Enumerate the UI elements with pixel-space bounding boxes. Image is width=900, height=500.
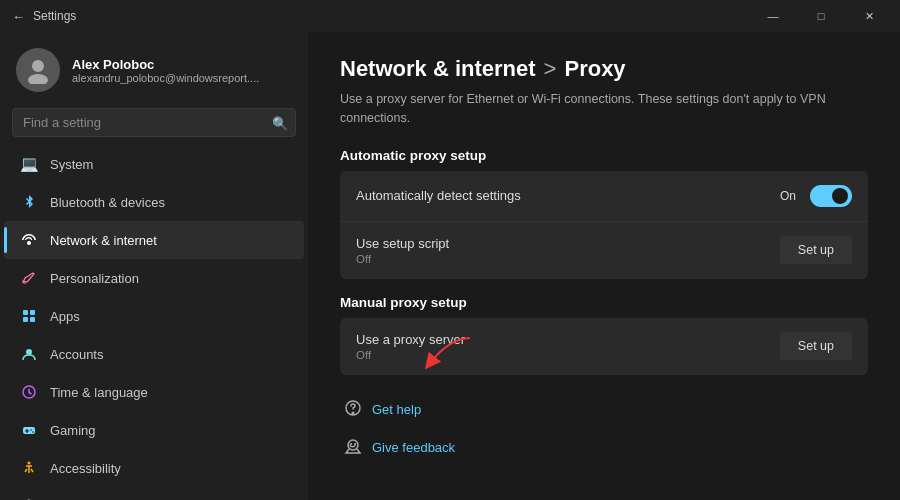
auto-detect-row: Automatically detect settings On	[340, 171, 868, 222]
sidebar-item-label: Accounts	[50, 347, 103, 362]
give-feedback-icon	[344, 437, 362, 459]
setup-script-label: Use setup script	[356, 236, 449, 251]
sidebar-item-label: Personalization	[50, 271, 139, 286]
app-body: Alex Poloboc alexandru_poloboc@windowsre…	[0, 32, 900, 500]
sidebar-item-gaming[interactable]: Gaming	[4, 411, 304, 449]
bluetooth-icon	[20, 193, 38, 211]
search-icon: 🔍	[272, 115, 288, 130]
user-profile[interactable]: Alex Poloboc alexandru_poloboc@windowsre…	[0, 32, 308, 104]
accessibility-icon	[20, 459, 38, 477]
setup-script-sublabel: Off	[356, 253, 449, 265]
manual-section-title: Manual proxy setup	[340, 295, 868, 310]
maximize-button[interactable]: □	[798, 0, 844, 32]
sidebar-item-accessibility[interactable]: Accessibility	[4, 449, 304, 487]
sidebar-item-label: Accessibility	[50, 461, 121, 476]
auto-detect-toggle[interactable]	[810, 185, 852, 207]
setup-script-button[interactable]: Set up	[780, 236, 852, 264]
get-help-label: Get help	[372, 402, 421, 417]
sidebar-item-label: Bluetooth & devices	[50, 195, 165, 210]
sidebar-item-personalization[interactable]: Personalization	[4, 259, 304, 297]
sidebar-item-accounts[interactable]: Accounts	[4, 335, 304, 373]
toggle-on-label: On	[780, 189, 796, 203]
svg-point-11	[32, 431, 34, 433]
sidebar-item-label: Network & internet	[50, 233, 157, 248]
sidebar-item-label: Apps	[50, 309, 80, 324]
page-description: Use a proxy server for Ethernet or Wi-Fi…	[340, 90, 868, 128]
setup-script-label-group: Use setup script Off	[356, 236, 449, 265]
breadcrumb-parent: Network & internet	[340, 56, 536, 82]
sidebar-item-bluetooth[interactable]: Bluetooth & devices	[4, 183, 304, 221]
proxy-server-row: Use a proxy server Off	[340, 318, 868, 375]
breadcrumb-separator: >	[544, 56, 557, 82]
svg-rect-5	[23, 317, 28, 322]
breadcrumb-current: Proxy	[564, 56, 625, 82]
auto-detect-label: Automatically detect settings	[356, 188, 521, 203]
arrow-annotation	[400, 333, 480, 375]
network-icon	[20, 231, 38, 249]
sidebar-item-privacy[interactable]: Privacy & security	[4, 487, 304, 500]
toggle-knob	[832, 188, 848, 204]
user-email: alexandru_poloboc@windowsreport....	[72, 72, 259, 84]
search-input[interactable]	[12, 108, 296, 137]
titlebar-left: ← Settings	[12, 9, 76, 24]
get-help-link[interactable]: Get help	[340, 391, 868, 429]
sidebar-nav: 💻 System Bluetooth & devices Network &	[0, 145, 308, 500]
user-name: Alex Poloboc	[72, 57, 259, 72]
give-feedback-label: Give feedback	[372, 440, 455, 455]
svg-point-1	[28, 74, 48, 84]
proxy-server-setup-button[interactable]: Set up	[780, 332, 852, 360]
sidebar: Alex Poloboc alexandru_poloboc@windowsre…	[0, 32, 308, 500]
automatic-settings-card: Automatically detect settings On Use set…	[340, 171, 868, 279]
sidebar-item-system[interactable]: 💻 System	[4, 145, 304, 183]
accounts-icon	[20, 345, 38, 363]
time-icon	[20, 383, 38, 401]
sidebar-item-label: Gaming	[50, 423, 96, 438]
app-title: Settings	[33, 9, 76, 23]
svg-rect-3	[23, 310, 28, 315]
main-content: Network & internet > Proxy Use a proxy s…	[308, 32, 900, 500]
close-button[interactable]: ✕	[846, 0, 892, 32]
minimize-button[interactable]: —	[750, 0, 796, 32]
get-help-icon	[344, 399, 362, 421]
manual-settings-card: Use a proxy server Off	[340, 318, 868, 375]
give-feedback-link[interactable]: Give feedback	[340, 429, 868, 467]
svg-rect-4	[30, 310, 35, 315]
user-info: Alex Poloboc alexandru_poloboc@windowsre…	[72, 57, 259, 84]
proxy-server-label-group: Use a proxy server Off	[356, 332, 465, 361]
sidebar-item-time[interactable]: Time & language	[4, 373, 304, 411]
svg-point-14	[352, 412, 354, 414]
svg-point-7	[26, 349, 32, 355]
auto-detect-toggle-wrap[interactable]: On	[780, 185, 852, 207]
svg-point-12	[28, 462, 31, 465]
svg-point-10	[30, 429, 32, 431]
automatic-section-title: Automatic proxy setup	[340, 148, 868, 163]
sidebar-item-label: System	[50, 157, 93, 172]
sidebar-item-label: Time & language	[50, 385, 148, 400]
apps-icon	[20, 307, 38, 325]
gaming-icon	[20, 421, 38, 439]
titlebar-controls: — □ ✕	[750, 0, 892, 32]
svg-rect-6	[30, 317, 35, 322]
setup-script-row: Use setup script Off Set up	[340, 222, 868, 279]
sidebar-item-apps[interactable]: Apps	[4, 297, 304, 335]
personalization-icon	[20, 269, 38, 287]
breadcrumb: Network & internet > Proxy	[340, 56, 868, 82]
auto-detect-label-group: Automatically detect settings	[356, 188, 521, 203]
avatar	[16, 48, 60, 92]
svg-point-2	[27, 241, 31, 245]
system-icon: 💻	[20, 155, 38, 173]
titlebar: ← Settings — □ ✕	[0, 0, 900, 32]
help-links: Get help Give feedback	[340, 391, 868, 467]
search-box: 🔍	[12, 108, 296, 137]
svg-point-0	[32, 60, 44, 72]
back-icon[interactable]: ←	[12, 9, 25, 24]
sidebar-item-network[interactable]: Network & internet	[4, 221, 304, 259]
